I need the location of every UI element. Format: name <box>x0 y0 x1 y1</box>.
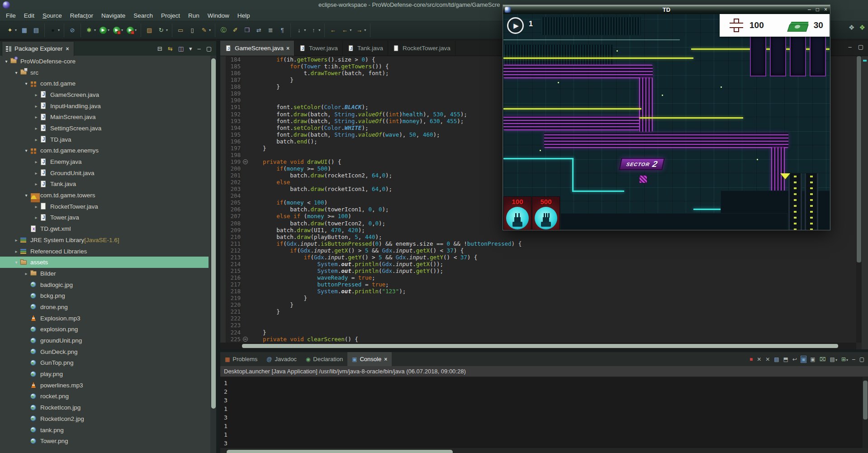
menu-file[interactable]: File <box>2 11 20 20</box>
show-stderr-icon[interactable]: ▣ <box>810 356 815 362</box>
maximize-view-icon[interactable]: ▢ <box>859 356 864 362</box>
minimize-view-icon[interactable]: – <box>848 43 851 50</box>
collapsed-arrow-icon[interactable]: ▸ <box>33 215 40 220</box>
tree-item-td-java[interactable]: ▸JTD.java <box>0 134 209 145</box>
tree-item-play-png[interactable]: play.png <box>0 368 209 380</box>
new-java-project-button[interactable]: ▨ <box>144 25 154 35</box>
collapsed-arrow-icon[interactable]: ▸ <box>33 104 40 109</box>
tree-item-inputhandling-java[interactable]: ▸JInputHandling.java <box>0 100 209 112</box>
game-titlebar[interactable]: TD – □ × <box>503 5 830 14</box>
profile-button[interactable]: ▶▾ <box>126 26 138 35</box>
save-all-button[interactable]: ▤ <box>31 25 41 35</box>
menu-help[interactable]: Help <box>233 11 254 20</box>
tree-item-bckg-png[interactable]: bckg.png <box>0 290 209 301</box>
console-tab-console[interactable]: ▣Console× <box>347 352 392 366</box>
tree-item-rocketicon-jpg[interactable]: RocketIcon.jpg <box>0 402 209 413</box>
explorer-vertical-scrollbar[interactable] <box>210 56 216 453</box>
word-wrap-icon[interactable]: ↩ <box>792 356 797 362</box>
tree-item-guntop-png[interactable]: GunTop.png <box>0 358 209 369</box>
compare-button[interactable]: ⇄ <box>254 25 264 35</box>
console-vertical-scrollbar[interactable] <box>863 377 868 448</box>
tree-item-powerlines-mp3[interactable]: powerlines.mp3 <box>0 380 209 391</box>
dropdown-caret-icon[interactable]: ▾ <box>121 28 123 32</box>
tree-item-enemy-java[interactable]: ▸JEnemy.java <box>0 156 209 167</box>
play-wave-button[interactable]: ▶ <box>507 17 524 34</box>
user-profile-button[interactable]: ●▾ <box>48 25 61 35</box>
dropdown-caret-icon[interactable]: ▾ <box>846 358 848 362</box>
terminate-icon[interactable]: ■ <box>749 356 753 362</box>
close-icon[interactable]: × <box>286 45 289 52</box>
remove-all-launches-icon[interactable]: ✕ <box>765 356 770 362</box>
expanded-arrow-icon[interactable]: ▾ <box>23 81 30 86</box>
tree-item-explosion-mp3[interactable]: Explosion.mp3 <box>0 313 209 324</box>
editor-tab-rockettower-java[interactable]: JRocketTower.java <box>388 41 455 56</box>
collapsed-arrow-icon[interactable]: ▸ <box>33 126 40 131</box>
tree-item-badlogic-jpg[interactable]: badlogic.jpg <box>0 279 209 291</box>
tree-item-rocketicon2-jpg[interactable]: RocketIcon2.jpg <box>0 413 209 424</box>
dropdown-caret-icon[interactable]: ▾ <box>108 28 109 32</box>
clipboard-button[interactable]: ▯ <box>187 25 197 35</box>
menu-refactor[interactable]: Refactor <box>66 11 97 20</box>
menu-window[interactable]: Window <box>204 11 233 20</box>
tree-item-gundeck-png[interactable]: GunDeck.png <box>0 346 209 358</box>
editor-overview-ruler[interactable] <box>862 56 868 349</box>
dropdown-caret-icon[interactable]: ▾ <box>166 28 168 32</box>
next-annotation-button[interactable]: ↓▾ <box>294 25 307 35</box>
shop-item-gun-tower[interactable]: 100 <box>503 196 531 230</box>
editor-vertical-scrollbar[interactable] <box>856 56 862 343</box>
tree-item-mainscreen-java[interactable]: ▸JMainScreen.java <box>0 111 209 123</box>
collapsed-arrow-icon[interactable]: ▸ <box>13 238 20 243</box>
close-icon[interactable]: × <box>384 356 387 362</box>
expanded-arrow-icon[interactable]: ▾ <box>3 59 10 64</box>
console-tab-declaration[interactable]: ◉Declaration <box>301 352 347 366</box>
editor-tab-tank-java[interactable]: JTank.java <box>343 41 388 56</box>
dropdown-caret-icon[interactable]: ▾ <box>209 28 211 32</box>
console-tab-problems[interactable]: ▦Problems <box>220 352 262 366</box>
collapsed-arrow-icon[interactable]: ▸ <box>33 181 40 186</box>
minimize-view-icon[interactable]: – <box>197 45 200 52</box>
menu-search[interactable]: Search <box>129 11 157 20</box>
tree-item-rockettower-java[interactable]: ▸JRocketTower.java <box>0 201 209 212</box>
tree-item-drone-png[interactable]: drone.png <box>0 301 209 313</box>
close-icon[interactable]: × <box>824 7 827 12</box>
console-output[interactable]: 123131133 <box>220 377 868 448</box>
console-horizontal-scrollbar[interactable] <box>220 448 868 453</box>
expanded-arrow-icon[interactable]: ▾ <box>13 260 20 265</box>
tree-item-prowodefense-core[interactable]: ▾ProWoDefense-core <box>0 56 209 67</box>
tree-item-tower-png[interactable]: Tower.png <box>0 435 209 447</box>
maximize-view-icon[interactable]: ▢ <box>858 43 863 50</box>
editor-tab-gamescreen-java[interactable]: JGameScreen.java× <box>220 41 294 56</box>
tree-item-rocket-png[interactable]: rocket.png <box>0 391 209 402</box>
display-selected-console-icon[interactable]: ▤▾ <box>830 356 837 362</box>
coverage-button[interactable]: ▶▾ <box>112 26 124 35</box>
tree-item-groundunit-java[interactable]: ▸JGroundUnit.java <box>0 167 209 179</box>
dropdown-caret-icon[interactable]: ▾ <box>135 28 137 32</box>
fold-marker[interactable]: − <box>243 159 248 164</box>
tree-item-com-td-game-enemys[interactable]: ▾com.td.game.enemys <box>0 145 209 157</box>
show-stdout-icon[interactable]: ▣ <box>801 356 806 362</box>
forward-button[interactable]: →▾ <box>354 25 367 35</box>
tree-item-tank-java[interactable]: ▸JTank.java <box>0 179 209 190</box>
expanded-arrow-icon[interactable]: ▾ <box>13 70 20 75</box>
collapsed-arrow-icon[interactable]: ▸ <box>33 92 40 97</box>
dropdown-caret-icon[interactable]: ▾ <box>94 28 96 32</box>
previous-annotation-button[interactable]: ↑▾ <box>308 25 321 35</box>
open-element-button[interactable]: ▭ <box>175 25 185 35</box>
collapsed-arrow-icon[interactable]: ▸ <box>13 249 20 254</box>
tree-item-assets[interactable]: ▾assets <box>0 257 209 268</box>
menu-project[interactable]: Project <box>157 11 184 20</box>
menu-run[interactable]: Run <box>184 11 204 20</box>
console-tab-javadoc[interactable]: @Javadoc <box>262 352 301 366</box>
tree-item-tower-java[interactable]: ▸JTower.java <box>0 212 209 224</box>
remove-launch-icon[interactable]: ✕ <box>757 356 761 362</box>
tree-item-bilder[interactable]: ▸Bilder <box>0 268 209 279</box>
menu-navigate[interactable]: Navigate <box>97 11 129 20</box>
build-refresh-button[interactable]: ↻▾ <box>156 25 169 35</box>
collapsed-arrow-icon[interactable]: ▸ <box>33 137 40 142</box>
maximize-view-icon[interactable]: ▢ <box>206 45 212 52</box>
skip-all-breakpoints-button[interactable]: ⊘ <box>67 25 77 35</box>
save-output-icon[interactable]: ▤ <box>774 356 779 362</box>
link-with-editor-icon[interactable]: ⇆ <box>168 45 173 52</box>
tree-item-groundunit-png[interactable]: groundUnit.png <box>0 335 209 346</box>
tree-item-settingscreen-java[interactable]: ▸JSettingScreen.java <box>0 123 209 134</box>
